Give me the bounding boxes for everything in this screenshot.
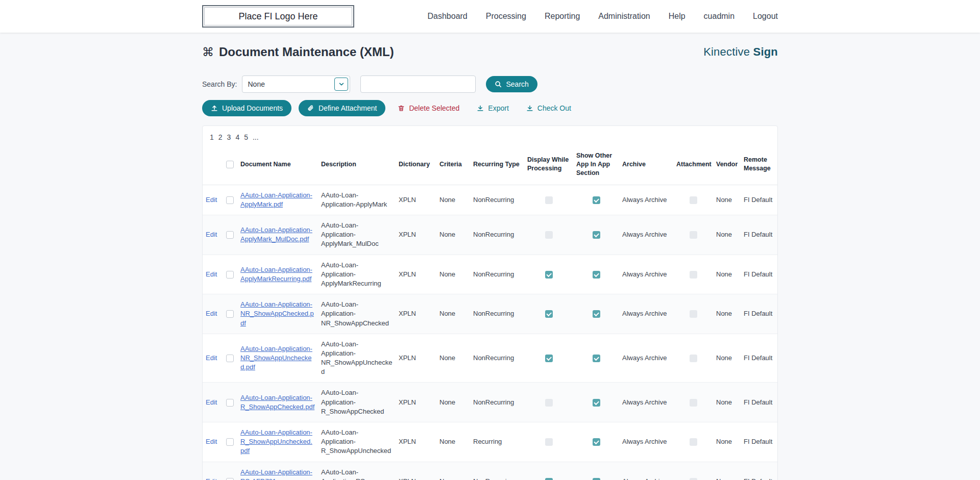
document-link[interactable]: AAuto-Loan-Application-ApplyMark_MulDoc.… — [240, 226, 312, 243]
nav-link-cuadmin[interactable]: cuadmin — [704, 12, 734, 21]
recurring-type-cell: NonRecurring — [470, 462, 524, 480]
remote-message-cell: FI Default — [741, 462, 777, 480]
chevron-down-icon[interactable] — [334, 78, 348, 91]
vendor-cell: None — [713, 255, 741, 294]
delete-selected-label: Delete Selected — [409, 104, 459, 112]
description-cell: AAuto-Loan-Application-RS-AFD731-adobeSi… — [318, 462, 396, 480]
edit-link[interactable]: Edit — [206, 354, 217, 362]
dictionary-cell: XPLN — [396, 383, 436, 422]
search-button[interactable]: Search — [486, 76, 537, 92]
description-cell: AAuto-Loan-Application-ApplyMarkRecurrin… — [318, 255, 396, 294]
table-row: Edit AAuto-Loan-Application-NR_ShowAppUn… — [203, 334, 777, 383]
row-select-checkbox[interactable] — [226, 438, 234, 446]
edit-link[interactable]: Edit — [206, 231, 217, 238]
check-out-label: Check Out — [537, 104, 571, 112]
edit-column-header — [203, 146, 223, 185]
edit-link[interactable]: Edit — [206, 398, 217, 406]
edit-link[interactable]: Edit — [206, 438, 217, 445]
criteria-cell: None — [436, 185, 470, 215]
trash-icon — [398, 105, 405, 112]
criteria-cell: None — [436, 422, 470, 462]
document-link[interactable]: AAuto-Loan-Application-R_ShowAppUnchecke… — [240, 428, 312, 454]
delete-selected-button[interactable]: Delete Selected — [393, 100, 464, 116]
column-header-show-other-app: Show Other App In App Section — [573, 146, 619, 185]
column-header-remote-message: Remote Message — [741, 146, 777, 185]
criteria-cell: None — [436, 334, 470, 383]
define-attachment-label: Define Attachment — [318, 104, 377, 112]
page-link-2[interactable]: 2 — [218, 133, 223, 141]
table-row: Edit AAuto-Loan-Application-ApplyMark.pd… — [203, 185, 777, 215]
show-other-app-checkbox — [593, 196, 600, 204]
row-select-checkbox[interactable] — [226, 196, 234, 204]
edit-link[interactable]: Edit — [206, 270, 217, 278]
check-out-button[interactable]: Check Out — [521, 100, 576, 116]
upload-icon — [211, 105, 218, 112]
document-link[interactable]: AAuto-Loan-Application-RS-AFD731-adobeSi… — [240, 468, 312, 480]
page-link-5[interactable]: 5 — [244, 133, 248, 141]
row-select-checkbox[interactable] — [226, 399, 234, 407]
define-attachment-button[interactable]: Define Attachment — [299, 100, 385, 116]
show-other-app-checkbox — [593, 310, 600, 318]
document-link[interactable]: AAuto-Loan-Application-R_ShowAppChecked.… — [240, 394, 314, 411]
edit-link[interactable]: Edit — [206, 196, 217, 204]
page-link-1[interactable]: 1 — [210, 133, 214, 141]
nav-link-administration[interactable]: Administration — [598, 12, 650, 21]
document-link[interactable]: AAuto-Loan-Application-ApplyMark.pdf — [240, 191, 312, 208]
column-header-vendor: Vendor — [713, 146, 741, 185]
page-header: ⌘ Document Maintenance (XML) Kinective S… — [202, 45, 778, 59]
display-while-processing-checkbox — [545, 438, 553, 446]
document-link[interactable]: AAuto-Loan-Application-NR_ShowAppUncheck… — [240, 345, 312, 371]
remote-message-cell: FI Default — [741, 422, 777, 462]
description-cell: AAuto-Loan-Application-ApplyMark — [318, 185, 396, 215]
archive-cell: Always Archive — [619, 215, 673, 255]
edit-link[interactable]: Edit — [206, 477, 217, 480]
check-out-download-icon — [526, 105, 533, 112]
export-button[interactable]: Export — [472, 100, 513, 116]
search-by-selected-option: None — [248, 80, 264, 88]
description-cell: AAuto-Loan-Application-ApplyMark_MulDoc — [318, 215, 396, 255]
dictionary-cell: XPLN — [396, 294, 436, 334]
description-cell: AAuto-Loan-Application-R_ShowAppChecked — [318, 383, 396, 422]
edit-link[interactable]: Edit — [206, 310, 217, 317]
page-title: ⌘ Document Maintenance (XML) — [202, 45, 394, 59]
show-other-app-checkbox — [593, 355, 600, 362]
row-select-checkbox[interactable] — [226, 231, 234, 239]
column-header-attachment: Attachment — [673, 146, 713, 185]
search-by-select[interactable]: None — [242, 75, 350, 93]
nav-link-help[interactable]: Help — [669, 12, 685, 21]
page-link-ellipsis[interactable]: ... — [253, 133, 259, 141]
display-while-processing-checkbox — [545, 271, 553, 279]
document-link[interactable]: AAuto-Loan-Application-ApplyMarkRecurrin… — [240, 266, 312, 283]
select-all-column-header — [223, 146, 237, 185]
upload-documents-button[interactable]: Upload Documents — [202, 100, 291, 116]
table-row: Edit AAuto-Loan-Application-NR_ShowAppCh… — [203, 294, 777, 334]
display-while-processing-checkbox — [545, 196, 553, 204]
criteria-cell: None — [436, 294, 470, 334]
row-select-checkbox[interactable] — [226, 271, 234, 279]
nav-link-reporting[interactable]: Reporting — [545, 12, 580, 21]
archive-cell: Always Archive — [619, 383, 673, 422]
archive-cell: Always Archive — [619, 255, 673, 294]
row-select-checkbox[interactable] — [226, 310, 234, 318]
select-all-checkbox[interactable] — [226, 161, 234, 168]
documents-table: Document Name Description Dictionary Cri… — [203, 146, 777, 480]
page-link-3[interactable]: 3 — [227, 133, 231, 141]
archive-cell: Always Archive — [619, 462, 673, 480]
criteria-cell: None — [436, 462, 470, 480]
nav-link-dashboard[interactable]: Dashboard — [427, 12, 467, 21]
recurring-type-cell: Recurring — [470, 422, 524, 462]
show-other-app-checkbox — [593, 231, 600, 239]
attachment-checkbox — [690, 355, 697, 362]
nav-link-logout[interactable]: Logout — [753, 12, 778, 21]
remote-message-cell: FI Default — [741, 255, 777, 294]
display-while-processing-checkbox — [545, 478, 553, 480]
page-link-4[interactable]: 4 — [235, 133, 239, 141]
row-select-checkbox[interactable] — [226, 478, 234, 480]
document-link[interactable]: AAuto-Loan-Application-NR_ShowAppChecked… — [240, 300, 314, 326]
dictionary-cell: XPLN — [396, 255, 436, 294]
search-input[interactable] — [360, 75, 476, 93]
dictionary-cell: XPLN — [396, 215, 436, 255]
row-select-checkbox[interactable] — [226, 355, 234, 362]
nav-link-processing[interactable]: Processing — [486, 12, 526, 21]
top-navigation-bar: Place FI Logo Here Dashboard Processing … — [0, 0, 980, 33]
